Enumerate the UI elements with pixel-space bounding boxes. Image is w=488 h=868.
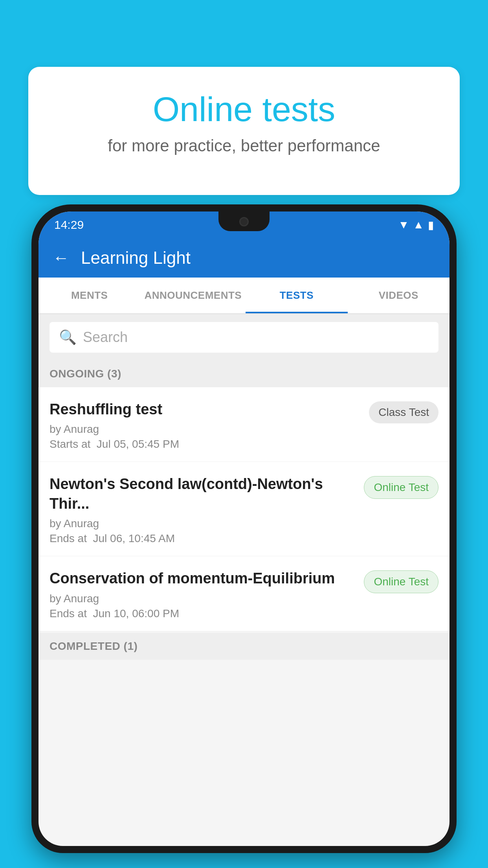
completed-section-title: COMPLETED (1) [50,640,138,652]
ongoing-section-title: ONGOING (3) [50,368,121,380]
test-badge-1: Class Test [369,401,438,423]
test-badge-2: Online Test [364,476,438,499]
test-item-2[interactable]: Newton's Second law(contd)-Newton's Thir… [39,462,449,556]
phone-notch [218,211,270,231]
phone-screen: 14:29 ▼ ▲ ▮ ← Learning Light MENTS ANNOU… [39,211,449,846]
test-list: Reshuffling test by Anurag Starts at Jul… [39,387,449,631]
test-name-1: Reshuffling test [50,400,361,419]
search-icon: 🔍 [59,329,77,346]
tab-videos[interactable]: VIDEOS [348,278,449,313]
search-container: 🔍 Search [39,314,449,360]
app-title: Learning Light [81,248,191,268]
ongoing-section-header: ONGOING (3) [39,360,449,387]
test-time-3: Ends at Jun 10, 06:00 PM [50,607,356,620]
test-author-1: by Anurag [50,423,361,436]
tab-announcements[interactable]: ANNOUNCEMENTS [140,278,246,313]
wifi-icon: ▼ [398,219,409,231]
test-badge-3: Online Test [364,570,438,593]
phone-wrapper: 14:29 ▼ ▲ ▮ ← Learning Light MENTS ANNOU… [31,204,457,868]
tab-ments[interactable]: MENTS [39,278,140,313]
test-info-2: Newton's Second law(contd)-Newton's Thir… [50,474,356,545]
app-header: ← Learning Light [39,238,449,278]
test-time-1: Starts at Jul 05, 05:45 PM [50,438,361,451]
test-item-3[interactable]: Conservation of momentum-Equilibrium by … [39,556,449,631]
battery-icon: ▮ [428,219,434,232]
speech-bubble-container: Online tests for more practice, better p… [28,67,460,195]
bubble-subtitle: for more practice, better performance [48,136,440,155]
test-info-3: Conservation of momentum-Equilibrium by … [50,569,356,620]
completed-section-header: COMPLETED (1) [39,633,449,660]
test-item-1[interactable]: Reshuffling test by Anurag Starts at Jul… [39,387,449,462]
tab-bar: MENTS ANNOUNCEMENTS TESTS VIDEOS [39,278,449,314]
test-author-3: by Anurag [50,592,356,605]
status-time: 14:29 [54,218,84,232]
search-placeholder: Search [83,329,128,346]
status-icons: ▼ ▲ ▮ [398,219,434,232]
signal-icon: ▲ [413,219,424,231]
bubble-title: Online tests [48,90,440,129]
camera-dot [239,217,249,226]
search-bar[interactable]: 🔍 Search [50,322,438,353]
tab-tests[interactable]: TESTS [246,278,347,313]
back-button[interactable]: ← [53,248,69,267]
speech-bubble: Online tests for more practice, better p… [28,67,460,195]
test-time-2: Ends at Jul 06, 10:45 AM [50,532,356,545]
test-name-3: Conservation of momentum-Equilibrium [50,569,356,588]
phone-frame: 14:29 ▼ ▲ ▮ ← Learning Light MENTS ANNOU… [31,204,457,853]
test-author-2: by Anurag [50,517,356,530]
test-name-2: Newton's Second law(contd)-Newton's Thir… [50,474,356,513]
test-info-1: Reshuffling test by Anurag Starts at Jul… [50,400,361,451]
